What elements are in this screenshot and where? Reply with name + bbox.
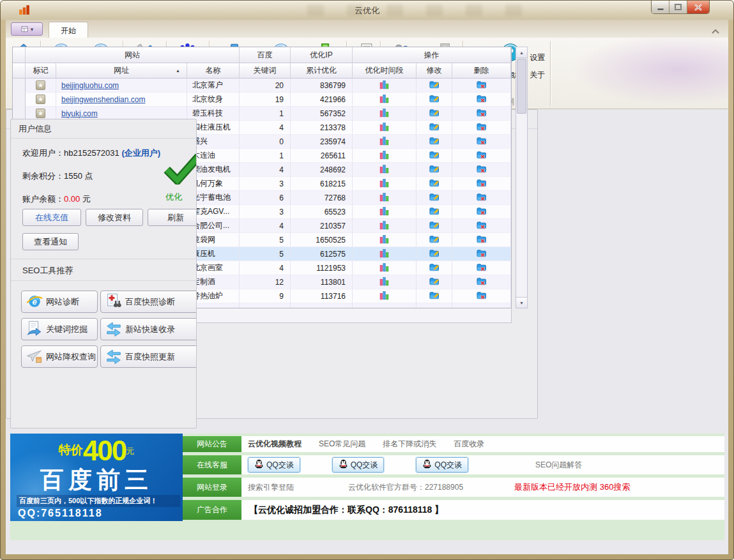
bar-chart-icon[interactable] [379, 248, 389, 260]
delete-cell[interactable] [452, 247, 511, 261]
delete-cell[interactable] [452, 303, 511, 308]
delete-cell[interactable] [452, 233, 511, 247]
time-chart-cell[interactable] [353, 205, 417, 219]
delete-cell[interactable] [452, 149, 511, 163]
time-chart-cell[interactable] [353, 149, 417, 163]
announcement-link[interactable]: 云优化视频教程 [248, 439, 302, 450]
edit-cell[interactable] [417, 233, 452, 247]
edit-folder-icon[interactable] [429, 234, 439, 246]
column-header[interactable]: 网址▲ [56, 63, 187, 79]
delete-cell[interactable] [452, 121, 511, 135]
time-chart-cell[interactable] [353, 121, 417, 135]
seo-tool-button[interactable]: 百度快照更新 [100, 345, 197, 368]
bar-chart-icon[interactable] [379, 291, 389, 302]
bar-chart-icon[interactable] [379, 164, 389, 176]
site-url-link[interactable]: beijingluohu.com [56, 81, 119, 90]
bar-chart-icon[interactable] [379, 122, 389, 133]
delete-cell[interactable] [452, 107, 511, 121]
announcement-link[interactable]: SEO常见问题 [319, 439, 365, 450]
time-chart-cell[interactable] [353, 219, 417, 233]
delete-folder-icon[interactable] [477, 192, 486, 204]
bar-chart-icon[interactable] [379, 276, 389, 288]
edit-folder-icon[interactable] [429, 276, 439, 288]
delete-folder-icon[interactable] [477, 122, 486, 133]
edit-folder-icon[interactable] [429, 192, 439, 204]
seo-tool-button[interactable]: 关键词挖掘 [21, 318, 98, 340]
time-chart-cell[interactable] [353, 135, 417, 149]
time-chart-cell[interactable] [353, 261, 417, 275]
bar-chart-icon[interactable] [379, 192, 389, 204]
star-unmarked-icon[interactable]: ★ [36, 80, 45, 90]
delete-folder-icon[interactable] [477, 108, 486, 119]
column-header[interactable]: 标记 [26, 63, 56, 79]
time-chart-cell[interactable] [353, 233, 417, 247]
delete-folder-icon[interactable] [477, 262, 486, 274]
edit-cell[interactable] [417, 177, 452, 191]
scroll-up-arrow-icon[interactable]: ▲ [516, 47, 527, 58]
delete-cell[interactable] [452, 191, 511, 205]
delete-cell[interactable] [452, 261, 511, 275]
star-unmarked-icon[interactable]: ★ [36, 95, 45, 104]
qq-chat-button[interactable]: QQ交谈 [416, 457, 468, 473]
announcement-link[interactable]: 百度收录 [454, 439, 484, 450]
maximize-button[interactable] [669, 1, 687, 13]
edit-folder-icon[interactable] [429, 80, 439, 91]
time-chart-cell[interactable] [353, 177, 417, 191]
edit-cell[interactable] [417, 275, 452, 289]
edit-cell[interactable] [417, 289, 452, 303]
edit-cell[interactable] [417, 149, 452, 163]
time-chart-cell[interactable] [353, 247, 417, 261]
time-chart-cell[interactable] [353, 163, 417, 177]
delete-folder-icon[interactable] [477, 136, 486, 148]
edit-folder-icon[interactable] [429, 150, 439, 162]
time-chart-cell[interactable] [353, 107, 417, 121]
delete-folder-icon[interactable] [477, 220, 486, 232]
bar-chart-icon[interactable] [379, 220, 389, 232]
column-header[interactable]: 关键词 [240, 63, 291, 79]
star-unmarked-icon[interactable]: ★ [36, 109, 45, 118]
ribbon-small-button[interactable]: 设置 [530, 52, 545, 63]
refresh-button[interactable]: 刷新 [148, 209, 197, 226]
vertical-scrollbar[interactable]: ▲ ▼ [516, 47, 528, 308]
ad-banner[interactable]: 特价400元 百度前三 百度前三页内，500以下指数的正规企业词！ QQ:765… [10, 434, 183, 521]
bar-chart-icon[interactable] [379, 178, 389, 190]
delete-cell[interactable] [452, 163, 511, 177]
edit-cell[interactable] [417, 107, 452, 121]
table-row[interactable]: ★beijingluohu.com北京落户20836799 [13, 79, 511, 93]
edit-cell[interactable] [417, 163, 452, 177]
edit-folder-icon[interactable] [429, 122, 439, 133]
recharge-button[interactable]: 在线充值 [22, 209, 81, 226]
tab-start[interactable]: 开始 [49, 22, 88, 38]
edit-folder-icon[interactable] [429, 262, 439, 274]
time-chart-cell[interactable] [353, 93, 417, 107]
delete-cell[interactable] [452, 79, 511, 93]
time-chart-cell[interactable] [353, 289, 417, 303]
site-url-link[interactable]: beijingwenshendian.com [56, 95, 145, 104]
edit-folder-icon[interactable] [429, 291, 439, 302]
column-header[interactable]: 名称 [187, 63, 240, 79]
delete-cell[interactable] [452, 289, 511, 303]
delete-folder-icon[interactable] [477, 206, 486, 218]
edit-folder-icon[interactable] [429, 164, 439, 176]
qq-chat-button[interactable]: QQ交谈 [248, 457, 300, 473]
scroll-down-arrow-icon[interactable]: ▼ [516, 297, 527, 308]
delete-folder-icon[interactable] [477, 248, 486, 260]
minimize-button[interactable] [652, 1, 669, 13]
scrollbar-thumb[interactable] [517, 59, 526, 114]
edit-cell[interactable] [417, 205, 452, 219]
edit-cell[interactable] [417, 247, 452, 261]
seo-tool-button[interactable]: e网站诊断 [21, 291, 98, 313]
delete-folder-icon[interactable] [477, 80, 486, 91]
bar-chart-icon[interactable] [379, 136, 389, 148]
edit-folder-icon[interactable] [429, 248, 439, 260]
delete-cell[interactable] [452, 93, 511, 107]
bar-chart-icon[interactable] [379, 262, 389, 274]
delete-cell[interactable] [452, 135, 511, 149]
edit-cell[interactable] [417, 219, 452, 233]
edit-folder-icon[interactable] [429, 108, 439, 119]
seo-answer-link[interactable]: SEO问题解答 [535, 460, 582, 471]
delete-cell[interactable] [452, 205, 511, 219]
delete-folder-icon[interactable] [477, 178, 486, 190]
column-header[interactable]: 删除 [452, 63, 511, 79]
time-chart-cell[interactable] [353, 79, 417, 93]
